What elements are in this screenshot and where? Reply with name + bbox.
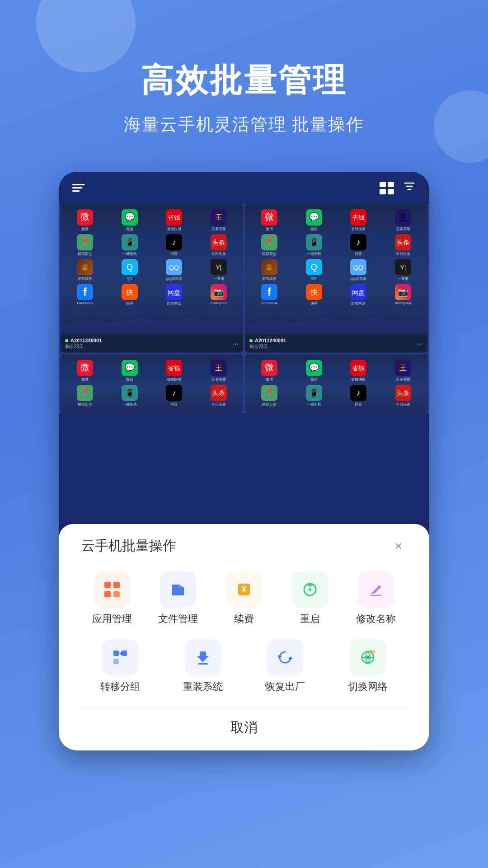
svg-text:📱: 📱 xyxy=(125,388,134,397)
app-item[interactable]: 💬 微信 xyxy=(109,360,151,382)
app-item[interactable]: QQ QQ浏览器 xyxy=(153,259,195,281)
app-item[interactable]: 头条 今日头条 xyxy=(198,385,240,407)
svg-text:♪: ♪ xyxy=(172,238,176,247)
app-item[interactable]: 头条 今日头条 xyxy=(382,234,424,256)
svg-text:♪: ♪ xyxy=(172,388,176,397)
app-item[interactable]: 王 王者荣耀 xyxy=(382,360,424,382)
app-item[interactable]: 📍 模拟定位 xyxy=(64,234,106,256)
app-item[interactable]: 📍 模拟定位 xyxy=(249,234,291,256)
factory-icon-wrap xyxy=(267,639,303,675)
action-network[interactable]: 切换网络 xyxy=(329,639,407,693)
app-item[interactable]: 📱 一键新机 xyxy=(293,385,335,407)
action-restart[interactable]: 重启 xyxy=(279,571,341,626)
action-grid-row1: 应用管理 文件管理 ¥ xyxy=(81,571,407,626)
app-item[interactable]: QQ QQ浏览器 xyxy=(338,259,380,281)
app-item[interactable]: 省钱 省钱快报 xyxy=(338,209,380,231)
app-item[interactable]: 📍 模拟定位 xyxy=(64,385,106,407)
app-item[interactable]: 快 快手 xyxy=(293,284,335,306)
app-item[interactable]: 微 微博 xyxy=(249,209,291,231)
svg-text:Y|: Y| xyxy=(400,264,406,271)
app-item[interactable]: Q QQ xyxy=(109,259,151,281)
app-item[interactable]: 💬 微信 xyxy=(293,360,335,382)
app-item[interactable]: 📱 一键新机 xyxy=(293,234,335,256)
menu-icon[interactable] xyxy=(72,184,85,192)
app-item[interactable]: 王 王者荣耀 xyxy=(198,360,240,382)
app-item[interactable]: 微 微博 xyxy=(64,360,106,382)
transfer-icon xyxy=(111,648,130,667)
app-item[interactable]: Y| 一直播 xyxy=(198,259,240,281)
app-item[interactable]: 快 快手 xyxy=(109,284,151,306)
svg-text:Q: Q xyxy=(311,263,317,272)
svg-point-104 xyxy=(309,588,311,591)
action-rename[interactable]: 修改名称 xyxy=(345,571,407,626)
app-item[interactable]: 头条 今日头条 xyxy=(382,385,424,407)
app-item[interactable]: 微 微博 xyxy=(64,209,106,231)
action-label-transfer: 转移分组 xyxy=(100,680,140,693)
app-item[interactable]: 📱 一键新机 xyxy=(109,385,151,407)
app-item[interactable]: ♪ 抖音 xyxy=(338,234,380,256)
network-icon xyxy=(358,648,377,667)
app-item[interactable]: 省钱 省钱快报 xyxy=(153,360,195,382)
app-item[interactable]: 省钱 省钱快报 xyxy=(153,209,195,231)
phone-card-footer: A2011240001 剩余23天 ··· xyxy=(61,334,243,353)
action-file-management[interactable]: 文件管理 xyxy=(147,571,209,626)
phone-card4[interactable]: 微 微博 💬 微信 省钱 省钱快报 王 王者荣耀 xyxy=(245,354,427,413)
action-reinstall[interactable]: 重装系统 xyxy=(164,639,242,693)
phone-id2: A2011240001 xyxy=(255,338,286,343)
action-transfer[interactable]: 转移分组 xyxy=(81,639,160,693)
app-item[interactable]: 省钱 省钱快报 xyxy=(338,360,380,382)
app-item[interactable]: 📍 模拟定位 xyxy=(249,385,291,407)
svg-text:📷: 📷 xyxy=(214,287,224,297)
action-factory[interactable]: 恢复出厂 xyxy=(246,639,324,693)
phone-remaining2: 剩余23天 xyxy=(249,344,286,350)
phone-remaining: 剩余23天 xyxy=(65,344,102,350)
app-item[interactable]: 王 王者荣耀 xyxy=(382,209,424,231)
svg-text:¥: ¥ xyxy=(242,585,246,594)
app-item[interactable]: 网盘 百度网盘 xyxy=(338,284,380,306)
app-item[interactable]: 皇 皇室战争 xyxy=(249,259,291,281)
app-item[interactable]: 💬 微信 xyxy=(293,209,335,231)
app-item[interactable]: Q QQ xyxy=(293,259,335,281)
app-item[interactable]: ♪ 抖音 xyxy=(338,385,380,407)
app-item-facebook2[interactable]: f FaceBook xyxy=(249,284,291,306)
app-item[interactable]: 王 王者荣耀 xyxy=(198,209,240,231)
svg-text:📍: 📍 xyxy=(80,237,90,247)
action-renew[interactable]: ¥ 续费 xyxy=(213,571,275,626)
app-item[interactable]: 微 微博 xyxy=(249,360,291,382)
svg-text:王: 王 xyxy=(399,364,407,372)
action-label-files: 文件管理 xyxy=(158,612,198,626)
device-topbar xyxy=(59,172,429,204)
app-item[interactable]: 📷 Instagram xyxy=(382,284,424,306)
app-item[interactable]: 头条 今日头条 xyxy=(198,234,240,256)
app-item[interactable]: 📷 Instagram xyxy=(198,284,240,306)
app-item[interactable]: Y| 一直播 xyxy=(382,259,424,281)
app-item[interactable]: 网盘 百度网盘 xyxy=(153,284,195,306)
app-item-facebook[interactable]: f FaceBook xyxy=(64,284,106,306)
svg-rect-108 xyxy=(113,659,119,664)
svg-text:皇: 皇 xyxy=(82,264,88,271)
app-item[interactable]: ♪ 抖音 xyxy=(153,385,195,407)
action-app-management[interactable]: 应用管理 xyxy=(81,571,143,626)
files-icon xyxy=(169,580,188,599)
svg-text:📱: 📱 xyxy=(310,388,319,397)
more-button2[interactable]: ··· xyxy=(417,340,423,348)
svg-text:QQ: QQ xyxy=(353,264,363,271)
phone-card3[interactable]: 微 微博 💬 微信 省钱 省钱快报 王 王者荣耀 xyxy=(61,354,243,413)
status-dot2 xyxy=(249,339,253,342)
restart-icon-wrap xyxy=(292,571,328,608)
app-item[interactable]: 📱 一键新机 xyxy=(109,234,151,256)
filter-icon[interactable] xyxy=(403,180,416,196)
app-item[interactable]: ♪ 抖音 xyxy=(153,234,195,256)
phone-card[interactable]: 微 微博 💬 微信 省钱 省钱快报 王 王者荣耀 xyxy=(61,204,243,353)
close-button[interactable]: × xyxy=(390,538,407,554)
app-item[interactable]: 💬 微信 xyxy=(109,209,151,231)
grid-view-icon[interactable] xyxy=(380,182,394,194)
svg-text:Q: Q xyxy=(127,263,133,272)
cancel-button[interactable]: 取消 xyxy=(81,707,407,750)
phone-card[interactable]: 微 微博 💬 微信 省钱 省钱快报 王 王者荣耀 xyxy=(245,204,427,353)
action-label-factory: 恢复出厂 xyxy=(265,680,305,693)
more-button[interactable]: ··· xyxy=(233,340,239,348)
phone-grid: 微 微博 💬 微信 省钱 省钱快报 王 王者荣耀 xyxy=(59,204,429,413)
app-item[interactable]: 皇 皇室战争 xyxy=(64,259,106,281)
svg-text:📱: 📱 xyxy=(310,238,319,246)
